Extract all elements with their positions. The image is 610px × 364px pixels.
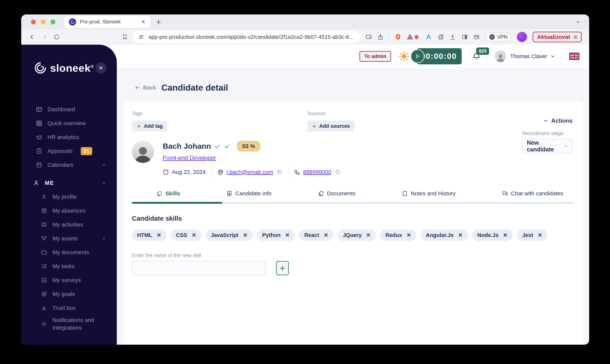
sidebar-item-notifications-integrations[interactable]: Notifications and Integrations xyxy=(21,315,117,333)
tab-list-chevron-icon[interactable] xyxy=(575,19,581,25)
candidate-phone-link[interactable]: 888999000 xyxy=(303,169,331,175)
share-icon[interactable] xyxy=(377,34,384,40)
tab-underline-track xyxy=(132,202,574,204)
sidebar-item-calendars[interactable]: Calendars xyxy=(21,158,117,172)
new-tab-button[interactable]: + xyxy=(156,17,161,27)
site-settings-icon[interactable] xyxy=(138,34,144,40)
cast-icon[interactable] xyxy=(365,34,372,40)
sidebar-section-me[interactable]: ME xyxy=(21,176,117,190)
sidebar-item-my-absences[interactable]: My absences xyxy=(21,204,117,218)
zoom-window-button[interactable] xyxy=(51,20,55,24)
sidebar-item-quick-overview[interactable]: Quick overview xyxy=(21,116,117,130)
sidebar-item-my-profile[interactable]: My profile xyxy=(21,190,117,204)
remove-skill-icon[interactable]: ✕ xyxy=(366,232,371,238)
copy-phone-icon[interactable] xyxy=(335,169,341,175)
remove-skill-icon[interactable]: ✕ xyxy=(285,232,290,238)
at-icon xyxy=(217,169,224,175)
remove-skill-icon[interactable]: ✕ xyxy=(243,232,247,238)
extension-strawberry-icon[interactable] xyxy=(413,34,420,40)
to-admin-button[interactable]: To admin xyxy=(359,51,391,62)
survey-chart-icon xyxy=(41,277,47,283)
sidebar-item-hr-analytics[interactable]: HR analytics xyxy=(21,130,117,144)
reload-icon[interactable] xyxy=(54,34,60,40)
sidebar-item-approvals[interactable]: Approvals 21 xyxy=(21,144,117,158)
gear-icon xyxy=(41,321,47,327)
back-label: Back xyxy=(143,85,156,91)
actions-menu[interactable]: Actions xyxy=(543,117,573,124)
tab-notes-history[interactable]: Notes and History xyxy=(402,190,455,197)
user-name[interactable]: Thomas Claver xyxy=(510,53,547,59)
sidebar-item-label: My tasks xyxy=(52,263,75,269)
remove-skill-icon[interactable]: ✕ xyxy=(458,232,462,238)
skill-chip-label: JavaScript xyxy=(211,232,239,238)
tab-title: Pre-prod. Sloneek xyxy=(80,19,130,25)
vpn-status-icon: − xyxy=(489,34,495,40)
brave-shields-icon[interactable] xyxy=(394,34,401,40)
forward-nav-icon[interactable] xyxy=(41,34,48,40)
back-nav-icon[interactable] xyxy=(29,34,36,40)
sidebar-item-my-goals[interactable]: My goals xyxy=(21,287,117,301)
back-button[interactable]: Back xyxy=(135,84,156,91)
copy-email-icon[interactable] xyxy=(277,169,283,175)
minimize-window-button[interactable] xyxy=(41,20,46,24)
tab-close-icon[interactable]: ✕ xyxy=(141,19,146,25)
new-skill-input[interactable] xyxy=(132,261,266,275)
browser-tab[interactable]: Pre-prod. Sloneek ✕ xyxy=(64,16,150,28)
add-sources-button[interactable]: Add sources xyxy=(307,121,354,132)
time-tracker-widget[interactable]: 00:00:00 xyxy=(410,48,462,64)
extension-arc-icon[interactable] xyxy=(425,34,432,40)
sidebar-item-label: Trust box xyxy=(52,305,76,311)
remove-skill-icon[interactable]: ✕ xyxy=(538,232,542,238)
extensions-puzzle-icon[interactable] xyxy=(437,34,444,40)
browser-profile-avatar[interactable] xyxy=(517,32,527,42)
sidebar-item-trust-box[interactable]: Trust box xyxy=(21,301,117,315)
sidebar-item-my-assets[interactable]: My assets xyxy=(21,232,117,246)
sidebar-item-dashboard[interactable]: Dashboard xyxy=(21,103,117,116)
notifications-bell-icon[interactable]: 825 xyxy=(472,52,481,61)
sidebar-close-button[interactable]: ✕ xyxy=(95,63,106,73)
browser-window: Pre-prod. Sloneek ✕ + app-pre-production… xyxy=(21,14,589,345)
recruitment-stage-select[interactable]: New candidate xyxy=(522,139,573,153)
remove-skill-icon[interactable]: ✕ xyxy=(503,232,507,238)
analytics-icon xyxy=(36,134,42,140)
brave-rewards-icon[interactable] xyxy=(407,34,413,40)
person-document-icon xyxy=(226,190,232,196)
vpn-button[interactable]: − VPN xyxy=(486,33,511,41)
tab-chat-candidates[interactable]: Chat with candidates xyxy=(502,190,563,197)
sidebar-toggle-icon[interactable] xyxy=(461,34,468,40)
play-icon[interactable] xyxy=(410,49,424,63)
browser-menu-icon[interactable]: ≡ xyxy=(574,34,577,40)
close-window-button[interactable] xyxy=(31,20,36,24)
theme-sun-icon[interactable] xyxy=(399,51,409,62)
address-bar[interactable]: app-pre-production.sloneek.com/app/ats-v… xyxy=(133,31,360,43)
bookmark-icon[interactable] xyxy=(122,34,128,40)
remove-skill-icon[interactable]: ✕ xyxy=(324,232,328,238)
app-viewport: To admin 00:00:00 825 Thomas Claver xyxy=(21,45,589,345)
language-flag-icon[interactable] xyxy=(569,53,579,60)
user-avatar[interactable] xyxy=(495,51,506,62)
person-icon xyxy=(41,194,47,200)
update-browser-button[interactable]: Aktualizovat ≡ xyxy=(533,32,582,42)
skill-chip: Redux✕ xyxy=(380,229,416,241)
sidebar-item-my-documents[interactable]: My documents xyxy=(21,246,117,259)
add-skill-button[interactable]: + xyxy=(276,261,289,275)
remove-skill-icon[interactable]: ✕ xyxy=(191,232,196,238)
candidate-position-link[interactable]: Front-end Developer xyxy=(163,155,216,161)
add-tag-button[interactable]: Add tag xyxy=(132,121,167,132)
tab-documents[interactable]: Documents xyxy=(318,190,355,197)
sidebar-item-my-surveys[interactable]: My surveys xyxy=(21,273,117,287)
tab-candidate-info[interactable]: Candidate info xyxy=(226,190,271,197)
url-text[interactable]: app-pre-production.sloneek.com/app/ats-v… xyxy=(149,34,353,40)
sidebar-item-my-tasks[interactable]: My tasks xyxy=(21,259,117,273)
tab-skills[interactable]: Skills xyxy=(156,190,180,197)
user-menu-chevron-icon[interactable] xyxy=(550,54,555,59)
remove-skill-icon[interactable]: ✕ xyxy=(157,232,161,238)
plus-icon xyxy=(136,124,141,129)
downloads-icon[interactable] xyxy=(449,34,456,40)
candidate-tabs: Skills Candidate info Documents Notes an… xyxy=(156,190,563,197)
candidate-email-link[interactable]: j.bach@email.com xyxy=(227,169,273,175)
sidebar-item-my-activities[interactable]: My activities xyxy=(21,218,117,232)
tab-label: Candidate info xyxy=(235,190,271,197)
remove-skill-icon[interactable]: ✕ xyxy=(407,232,411,238)
wallet-icon[interactable] xyxy=(474,34,480,40)
